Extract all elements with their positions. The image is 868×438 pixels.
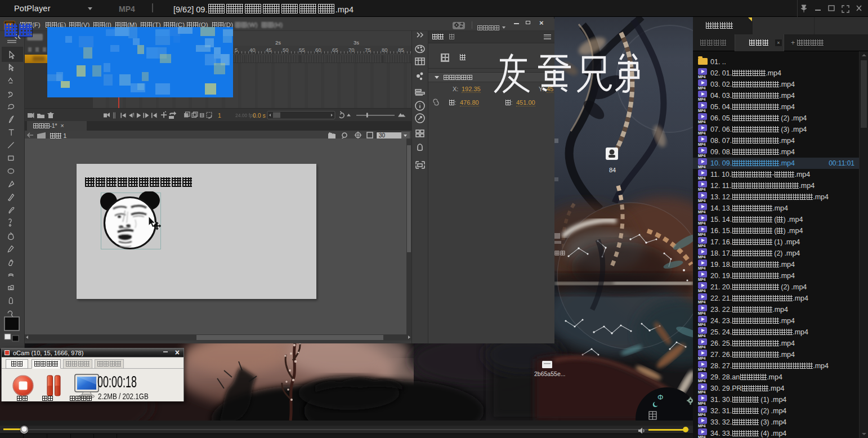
- svg-text:2b65a55e...: 2b65a55e...: [534, 370, 565, 377]
- svg-text:84: 84: [609, 167, 616, 173]
- svg-text:24.00 fps: 24.00 fps: [235, 113, 255, 118]
- svg-text:0.0 s: 0.0 s: [253, 112, 266, 119]
- svg-text:1: 1: [218, 112, 221, 119]
- svg-text:Φ: Φ: [657, 393, 663, 401]
